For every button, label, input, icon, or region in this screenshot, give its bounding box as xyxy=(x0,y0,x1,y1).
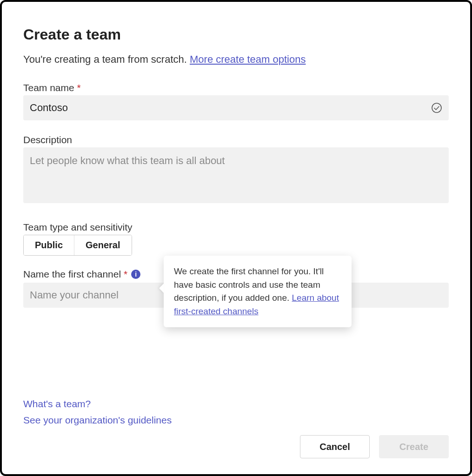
create-button[interactable]: Create xyxy=(379,435,449,458)
create-team-dialog: Create a team You're creating a team fro… xyxy=(0,0,472,476)
whats-a-team-link[interactable]: What's a team? xyxy=(23,396,172,412)
team-name-label-text: Team name xyxy=(23,82,74,93)
footer-links: What's a team? See your organization's g… xyxy=(23,396,172,429)
description-field-wrap xyxy=(23,147,449,205)
dialog-title: Create a team xyxy=(23,26,449,43)
team-name-input[interactable] xyxy=(23,95,449,120)
first-channel-label: Name the first channel * xyxy=(23,269,127,280)
description-label: Description xyxy=(23,134,449,145)
team-name-label: Team name * xyxy=(23,82,449,93)
type-sensitivity-segmented: Public General xyxy=(23,235,132,256)
more-create-options-link[interactable]: More create team options xyxy=(190,53,306,65)
svg-point-0 xyxy=(432,103,441,112)
cancel-button[interactable]: Cancel xyxy=(300,435,370,458)
dialog-subtitle: You're creating a team from scratch. Mor… xyxy=(23,53,449,66)
type-sensitivity-group: Team type and sensitivity Public General xyxy=(23,222,449,256)
first-channel-label-text: Name the first channel xyxy=(23,269,121,279)
team-name-field-wrap xyxy=(23,95,449,120)
first-channel-tooltip: We create the first channel for you. It'… xyxy=(164,256,352,327)
subtitle-text: You're creating a team from scratch. xyxy=(23,53,190,65)
org-guidelines-link[interactable]: See your organization's guidelines xyxy=(23,412,172,429)
required-marker: * xyxy=(77,82,81,93)
type-sensitivity-label: Team type and sensitivity xyxy=(23,222,449,233)
description-input[interactable] xyxy=(23,147,449,203)
team-type-button[interactable]: Public xyxy=(24,235,74,255)
sensitivity-button[interactable]: General xyxy=(74,235,131,255)
dialog-button-row: Cancel Create xyxy=(300,435,449,458)
required-marker: * xyxy=(124,269,127,279)
info-icon[interactable]: i xyxy=(131,270,140,279)
checkmark-circle-icon xyxy=(431,102,442,113)
